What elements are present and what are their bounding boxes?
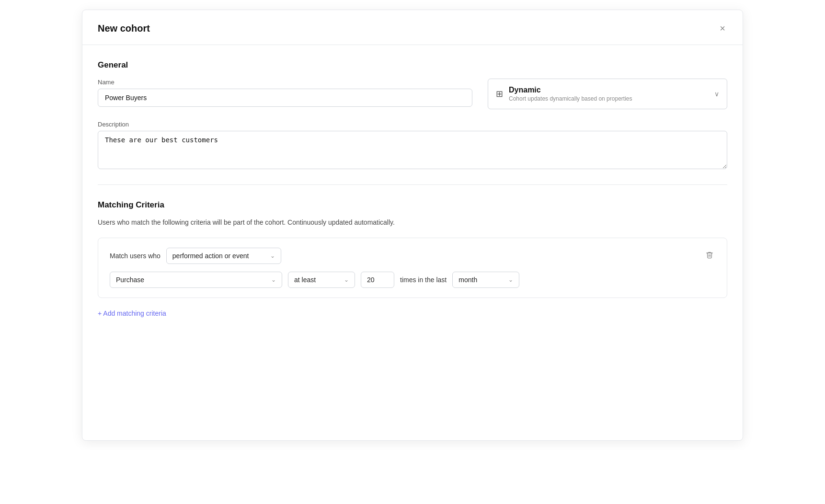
- description-label: Description: [98, 121, 727, 128]
- matching-criteria-section: Matching Criteria Users who match the fo…: [82, 200, 743, 319]
- name-input[interactable]: [98, 89, 472, 107]
- dynamic-grid-icon: ⊞: [496, 89, 503, 99]
- action-event-chevron-icon: ⌄: [270, 252, 275, 259]
- description-textarea[interactable]: These are our best customers: [98, 131, 727, 169]
- modal-title: New cohort: [98, 23, 150, 34]
- general-section: General Name ⊞ Dynamic Cohort updates dy…: [82, 60, 743, 169]
- frequency-chevron-icon: ⌄: [344, 276, 349, 283]
- add-criteria-label: + Add matching criteria: [98, 309, 166, 317]
- times-in-last-label: times in the last: [400, 276, 447, 284]
- add-matching-criteria-button[interactable]: + Add matching criteria: [98, 308, 166, 319]
- criteria-row-details: Purchase ⌄ at least ⌄ times in the last …: [110, 272, 715, 288]
- header-divider: [82, 45, 743, 45]
- period-chevron-icon: ⌄: [508, 276, 513, 283]
- section-divider: [98, 184, 727, 185]
- delete-criteria-button[interactable]: [704, 249, 715, 263]
- general-form-row: Name ⊞ Dynamic Cohort updates dynamicall…: [98, 79, 727, 109]
- action-event-dropdown[interactable]: performed action or event ⌄: [166, 248, 281, 264]
- count-input[interactable]: [361, 272, 394, 288]
- period-value: month: [458, 276, 477, 284]
- purchase-event-value: Purchase: [116, 276, 144, 284]
- name-label: Name: [98, 79, 472, 86]
- match-users-who-label: Match users who: [110, 252, 160, 260]
- matching-section-title: Matching Criteria: [98, 200, 727, 210]
- dynamic-label: Dynamic: [509, 86, 632, 94]
- purchase-chevron-icon: ⌄: [271, 276, 276, 283]
- matching-description: Users who match the following criteria w…: [98, 218, 727, 226]
- criteria-box: Match users who performed action or even…: [98, 238, 727, 298]
- general-section-title: General: [98, 60, 727, 70]
- dynamic-chevron-icon: ∨: [714, 90, 719, 98]
- frequency-value: at least: [294, 276, 316, 284]
- action-event-value: performed action or event: [172, 252, 249, 260]
- dynamic-type-selector[interactable]: ⊞ Dynamic Cohort updates dynamically bas…: [488, 79, 727, 109]
- name-form-group: Name: [98, 79, 472, 107]
- new-cohort-modal: New cohort × General Name ⊞ Dynamic Coho…: [82, 10, 743, 441]
- period-dropdown[interactable]: month ⌄: [452, 272, 519, 288]
- purchase-event-dropdown[interactable]: Purchase ⌄: [110, 272, 282, 288]
- close-button[interactable]: ×: [718, 22, 727, 35]
- modal-header: New cohort ×: [82, 10, 743, 45]
- close-icon: ×: [720, 23, 725, 33]
- frequency-dropdown[interactable]: at least ⌄: [288, 272, 355, 288]
- trash-icon: [706, 251, 713, 261]
- dynamic-description: Cohort updates dynamically based on prop…: [509, 95, 632, 102]
- criteria-row-action: Match users who performed action or even…: [110, 248, 715, 264]
- description-form-group: Description These are our best customers: [98, 121, 727, 169]
